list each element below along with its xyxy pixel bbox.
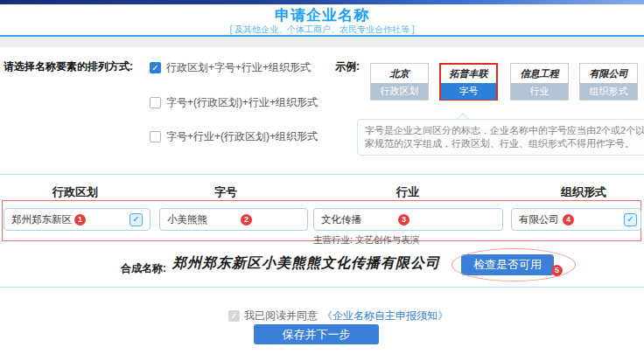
save-next-button[interactable]: 保存并下一步: [254, 324, 379, 344]
column-header-tradename: 字号: [182, 184, 270, 200]
tooltip-text-line1: 字号是企业之间区分的标志，企业名称中的字号应当由2个或2个以上符合国: [365, 124, 644, 137]
example-card-tradename-value: 拓普丰联: [441, 65, 496, 83]
arrangement-option-2[interactable]: 字号+(行政区划)+行业+组织形式: [150, 95, 318, 110]
unchecked-checkbox-icon[interactable]: [150, 97, 161, 108]
example-card-industry-value: 信息工程: [511, 64, 568, 83]
annotation-badge-5: 5: [551, 265, 563, 276]
tooltip-text-line2: 家规范的汉字组成，行政区划、行业、组织形式不得用作字号。: [365, 137, 644, 150]
example-card-orgform[interactable]: 有限公司 组织形式: [579, 63, 638, 101]
header-gray-band: [0, 37, 644, 47]
arrangement-option-1[interactable]: ✓ 行政区划+字号+行业+组织形式: [150, 60, 311, 75]
orgform-field[interactable]: 4 ✓: [511, 208, 641, 231]
example-card-region-value: 北京: [371, 64, 428, 83]
annotation-badge-1: 1: [74, 214, 86, 226]
tradename-tooltip: 字号是企业之间区分的标志，企业名称中的字号应当由2个或2个以上符合国 家规范的汉…: [357, 119, 644, 156]
industry-input[interactable]: [321, 209, 453, 230]
checked-checkbox-icon[interactable]: ✓: [150, 62, 161, 73]
orgform-picker-checkbox-icon[interactable]: ✓: [624, 213, 637, 226]
name-application-page: 申请企业名称 [ 及其他企业、个体工商户、农民专业合作社等 ] 请选择名称要素的…: [0, 0, 644, 354]
check-availability-button[interactable]: 检查是否可用: [461, 254, 554, 275]
example-card-industry[interactable]: 信息工程 行业: [510, 63, 569, 101]
page-title: 申请企业名称: [0, 5, 644, 25]
top-gradient-bar: [0, 0, 644, 4]
arrangement-option-1-label: 行政区划+字号+行业+组织形式: [166, 60, 311, 75]
example-card-region-category: 行政区划: [371, 83, 428, 100]
arrangement-label: 请选择名称要素的排列方式:: [4, 59, 133, 74]
annotation-badge-2: 2: [241, 214, 252, 226]
page-subtitle: [ 及其他企业、个体工商户、农民专业合作社等 ]: [0, 24, 644, 36]
column-header-industry: 行业: [364, 184, 452, 200]
example-label: 示例:: [335, 59, 360, 74]
agreement-checkbox-icon[interactable]: ✓: [228, 310, 240, 322]
example-card-orgform-value: 有限公司: [580, 64, 637, 83]
column-header-region: 行政区划: [32, 184, 119, 200]
column-header-orgform: 组织形式: [540, 184, 627, 200]
region-picker-checkbox-icon[interactable]: ✓: [130, 213, 143, 226]
region-field[interactable]: 1 ✓: [4, 208, 150, 231]
industry-note: 主营行业: 文艺创作与表演: [313, 234, 419, 246]
section-divider-bottom: [0, 287, 644, 288]
unchecked-checkbox-icon[interactable]: [150, 131, 161, 142]
agreement-text: 我已阅读并同意: [244, 309, 318, 323]
example-card-industry-category: 行业: [511, 83, 568, 100]
example-card-region[interactable]: 北京 行政区划: [370, 63, 429, 101]
tradename-input[interactable]: [167, 209, 270, 230]
declaration-notice-link[interactable]: 《企业名称自主申报须知》: [322, 309, 448, 323]
agreement-row: ✓ 我已阅读并同意 《企业名称自主申报须知》: [228, 309, 448, 323]
annotation-badge-4: 4: [563, 214, 574, 226]
arrangement-option-3[interactable]: 字号+行业+(行政区划)+组织形式: [150, 129, 318, 144]
arrangement-option-3-label: 字号+行业+(行政区划)+组织形式: [166, 129, 318, 144]
region-input[interactable]: [11, 209, 113, 230]
tradename-field[interactable]: 2: [159, 208, 308, 231]
example-card-tradename-category: 字号: [441, 83, 496, 100]
arrangement-option-2-label: 字号+(行政区划)+行业+组织形式: [166, 95, 318, 110]
industry-field[interactable]: 3: [313, 208, 503, 231]
composed-name-value: 郑州郑东新区小美熊熊文化传播有限公司: [172, 254, 440, 273]
annotation-badge-3: 3: [398, 214, 410, 226]
example-card-tradename[interactable]: 拓普丰联 字号: [439, 63, 498, 101]
section-divider: [0, 174, 644, 175]
composed-name-label: 合成名称:: [121, 261, 166, 276]
example-card-orgform-category: 组织形式: [580, 83, 637, 100]
